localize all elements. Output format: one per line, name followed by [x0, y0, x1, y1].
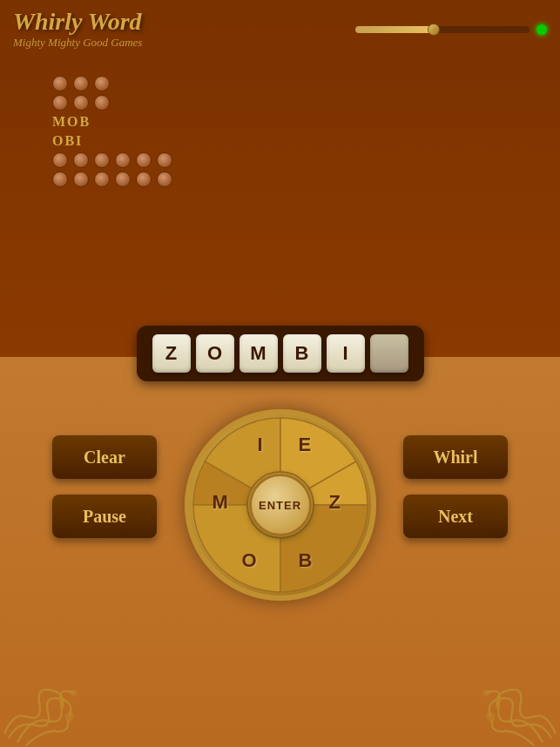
dot: [94, 76, 110, 91]
header: Whirly Word Mighty Mighty Good Games: [0, 0, 560, 58]
app-title: Whirly Word: [13, 9, 142, 36]
dot: [157, 172, 172, 187]
wheel-letter-m: M: [213, 491, 228, 514]
dot: [52, 152, 68, 168]
word-list-area: MOB OBI: [0, 58, 560, 208]
dot: [52, 76, 68, 91]
tile-i: I: [327, 334, 365, 373]
next-button[interactable]: Next: [403, 495, 508, 538]
top-section: Whirly Word Mighty Mighty Good Games MOB: [0, 0, 560, 357]
app-subtitle: Mighty Mighty Good Games: [13, 36, 142, 50]
pause-button[interactable]: Pause: [52, 495, 157, 538]
dot: [52, 95, 68, 111]
whirl-button[interactable]: Whirl: [403, 435, 508, 479]
tile-m: M: [240, 334, 278, 373]
wheel-letter-z: Z: [329, 491, 341, 514]
dot: [52, 172, 68, 187]
dot-row-5: [52, 152, 508, 168]
dot: [73, 152, 89, 168]
svg-point-2: [71, 690, 77, 696]
tile-b: B: [283, 334, 321, 373]
tile-z: Z: [152, 334, 191, 373]
progress-thumb: [428, 24, 440, 36]
word-obi: OBI: [52, 133, 508, 149]
tile-o: O: [196, 334, 234, 373]
dot: [115, 172, 131, 187]
progress-dot: [536, 24, 547, 35]
app-branding: Whirly Word Mighty Mighty Good Games: [13, 9, 142, 50]
dot: [115, 152, 131, 168]
progress-bar-container: [355, 24, 547, 35]
svg-point-4: [483, 690, 489, 696]
enter-button[interactable]: ENTER: [249, 474, 312, 536]
wheel-letter-b: B: [299, 549, 313, 572]
bottom-section: Clear Pause Whirl Next: [0, 357, 560, 747]
tile-empty: [370, 334, 408, 373]
svg-point-3: [487, 713, 494, 720]
progress-bar-track: [355, 26, 530, 33]
scroll-right: [455, 669, 560, 747]
word-mob: MOB: [52, 114, 508, 130]
svg-point-1: [66, 713, 73, 720]
dot-row-2: [52, 95, 508, 111]
dot-row-6: [52, 172, 508, 187]
dot: [157, 152, 172, 168]
dot: [94, 95, 110, 111]
dot: [94, 172, 110, 187]
dot: [73, 76, 89, 91]
progress-bar-fill: [355, 26, 434, 33]
dot: [136, 172, 152, 187]
wheel-letter-o: O: [242, 549, 257, 572]
dot: [73, 172, 89, 187]
clear-button[interactable]: Clear: [52, 435, 157, 479]
scroll-left: [0, 669, 105, 747]
wheel-letter-i: I: [258, 434, 263, 456]
dot: [73, 95, 89, 111]
wheel-letter-e: E: [299, 434, 312, 456]
current-word-display: Z O M B I: [137, 326, 424, 381]
dot-row-1: [52, 76, 508, 91]
dot: [94, 152, 110, 168]
dot: [136, 152, 152, 168]
wheel-container[interactable]: I E M Z O B ENTER: [185, 409, 376, 601]
wheel[interactable]: I E M Z O B ENTER: [185, 409, 376, 601]
